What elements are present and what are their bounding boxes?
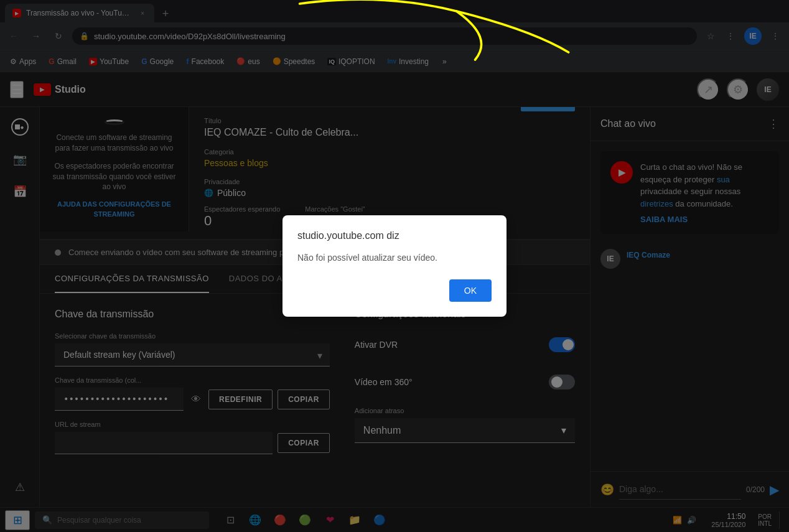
modal-dialog: studio.youtube.com diz Não foi possível … — [282, 215, 507, 317]
modal-overlay[interactable]: studio.youtube.com diz Não foi possível … — [0, 0, 789, 532]
modal-body: Não foi possível atualizar seu vídeo. — [297, 251, 492, 264]
modal-footer: OK — [297, 279, 492, 302]
modal-title: studio.youtube.com diz — [297, 230, 492, 241]
modal-ok-button[interactable]: OK — [449, 279, 492, 302]
